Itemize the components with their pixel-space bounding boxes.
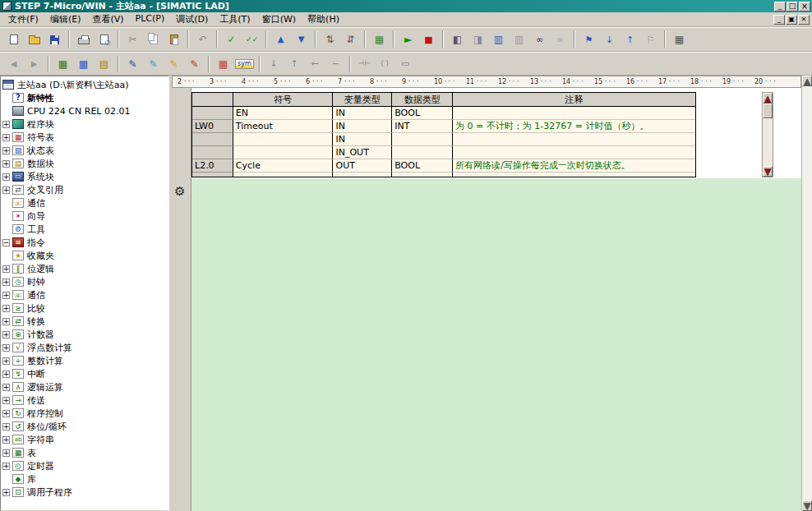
run-button[interactable]: ► <box>399 30 418 48</box>
upload-button[interactable]: ▲ <box>271 30 290 48</box>
symbolic-addressing-button[interactable]: sym <box>234 55 255 73</box>
coil-button[interactable]: ( ) <box>376 55 394 73</box>
var-type-cell[interactable]: IN <box>333 133 392 146</box>
view-status-chart-button[interactable]: ▦ <box>74 55 93 73</box>
contact-button[interactable]: ⊣⊢ <box>355 55 374 73</box>
sidebar-item-call-subroutines[interactable]: +⊡调用子程序 <box>1 486 168 499</box>
copy-button[interactable] <box>144 30 163 48</box>
print-preview-button[interactable] <box>95 30 113 48</box>
expand-toggle-icon[interactable]: + <box>2 265 10 273</box>
table-scroll-up-button[interactable]: ▲ <box>763 93 773 104</box>
var-type-cell[interactable]: OUT <box>333 159 392 173</box>
maximize-button[interactable]: □ <box>787 2 798 12</box>
menu-window[interactable]: 窗口(W) <box>256 12 302 27</box>
clear-bookmarks-button[interactable]: ⚐ <box>641 30 660 48</box>
new-button[interactable] <box>4 30 23 48</box>
data-type-cell[interactable]: BOOL <box>392 107 453 120</box>
sidebar-item-clock[interactable]: +◷时钟 <box>1 275 168 288</box>
sidebar-item-integer-math[interactable]: +÷整数计算 <box>1 354 168 367</box>
sidebar-item-logical-operations[interactable]: +∧逻辑运算 <box>1 380 168 394</box>
compile-all-button[interactable]: ✓✓ <box>242 30 261 48</box>
symbol-cell[interactable]: Timeout <box>233 120 334 133</box>
menu-tools[interactable]: 工具(T) <box>214 12 256 27</box>
menu-plc[interactable]: PLC(P) <box>130 12 171 27</box>
table-scroll-down-button[interactable]: ▼ <box>763 166 773 177</box>
line-down-button[interactable]: ↓ <box>265 55 284 73</box>
expand-toggle-icon[interactable]: + <box>2 463 10 470</box>
expand-toggle-icon[interactable]: + <box>2 397 10 404</box>
expand-toggle-icon[interactable]: + <box>2 318 10 325</box>
expand-toggle-icon[interactable]: + <box>2 489 10 496</box>
editor-scroll-track[interactable] <box>802 86 812 500</box>
editor-scroll-down-button[interactable]: ▼ <box>802 500 812 511</box>
sidebar-item-interrupt[interactable]: +↯中断 <box>1 367 168 380</box>
program-status-button[interactable]: ◧ <box>448 30 467 48</box>
address-cell[interactable] <box>192 173 233 177</box>
expand-toggle-icon[interactable]: + <box>2 331 10 338</box>
cut-button[interactable]: ✂ <box>123 30 142 48</box>
expand-toggle-icon[interactable]: + <box>2 305 10 312</box>
line-up-button[interactable]: ↑ <box>285 55 304 73</box>
navigate-back-button[interactable]: ◀ <box>4 55 23 73</box>
stop-button[interactable]: ■ <box>419 30 438 48</box>
comment-cell[interactable] <box>453 146 695 159</box>
sidebar-item-data-block[interactable]: +▤数据块 <box>1 157 168 170</box>
save-button[interactable] <box>45 30 64 48</box>
sidebar-item-instructions[interactable]: −≡指令 <box>1 236 168 249</box>
address-cell[interactable]: LW0 <box>192 120 233 133</box>
data-type-cell[interactable] <box>392 173 453 177</box>
compile-button[interactable]: ✓ <box>222 30 241 48</box>
previous-bookmark-button[interactable]: ↑ <box>621 30 639 48</box>
comment-cell[interactable] <box>453 107 695 120</box>
line-right-button[interactable]: ─ <box>326 55 345 73</box>
symbol-cell[interactable] <box>233 173 334 177</box>
editor-scroll-up-button[interactable]: ▲ <box>802 76 812 86</box>
expand-toggle-icon[interactable]: + <box>2 357 10 365</box>
pause-chart-status-button[interactable]: ▥ <box>510 30 528 48</box>
sidebar-item-timers[interactable]: +◴定时器 <box>1 459 168 472</box>
expand-toggle-icon[interactable]: + <box>2 147 10 154</box>
data-type-cell[interactable] <box>392 133 453 146</box>
collapse-toggle-icon[interactable]: − <box>2 239 10 246</box>
sidebar-item-cpu[interactable]: CPU 224 CN REL 02.01 <box>1 104 168 117</box>
menu-edit[interactable]: 编辑(E) <box>44 12 87 27</box>
child-minimize-button[interactable]: _ <box>773 15 785 25</box>
sidebar-item-convert[interactable]: +⇄转换 <box>1 315 168 328</box>
sidebar-item-communications-instructions[interactable]: +☏通信 <box>1 288 168 302</box>
sidebar-item-bit-logic[interactable]: +∥位逻辑 <box>1 262 168 275</box>
table-scrollbar[interactable]: ▲ ▼ <box>762 92 773 177</box>
sidebar-item-cross-reference[interactable]: +⇄交叉引用 <box>1 183 168 196</box>
expand-toggle-icon[interactable]: + <box>2 134 10 141</box>
symbol-cell[interactable]: EN <box>233 107 334 120</box>
sort-ascending-button[interactable]: ⇅ <box>321 30 339 48</box>
insert-network-button[interactable]: ▦ <box>214 55 233 73</box>
sidebar-item-table[interactable]: +▦表 <box>1 446 168 459</box>
expand-toggle-icon[interactable]: + <box>2 292 10 299</box>
symbol-cell[interactable]: Cycle <box>233 159 334 173</box>
sidebar-item-favorites[interactable]: ★收藏夹 <box>1 249 168 262</box>
sidebar-item-program-block[interactable]: +程序块 <box>1 117 168 131</box>
sidebar-item-move[interactable]: +→传送 <box>1 394 168 407</box>
symbol-cell[interactable] <box>233 133 334 146</box>
sidebar-item-libraries[interactable]: ◆库 <box>1 472 168 486</box>
local-variable-table-button[interactable]: ▦ <box>670 30 689 48</box>
var-type-cell[interactable]: IN <box>333 107 392 120</box>
pause-status-monitor-button[interactable]: ∞ <box>551 30 570 48</box>
expand-toggle-icon[interactable]: + <box>2 423 10 430</box>
sidebar-item-status-chart[interactable]: +▧状态表 <box>1 144 168 157</box>
expand-toggle-icon[interactable]: + <box>2 121 10 128</box>
print-button[interactable] <box>74 30 93 48</box>
expand-toggle-icon[interactable]: + <box>2 279 10 286</box>
data-type-cell[interactable]: BOOL <box>392 159 453 173</box>
sidebar-item-compare[interactable]: +≥比较 <box>1 302 168 315</box>
expand-toggle-icon[interactable]: + <box>2 344 10 352</box>
sidebar-item-string[interactable]: +ab字符串 <box>1 433 168 446</box>
sort-descending-button[interactable]: ⇵ <box>341 30 360 48</box>
download-button[interactable]: ▼ <box>292 30 311 48</box>
data-type-cell[interactable] <box>392 146 453 159</box>
sidebar-item-project-root[interactable]: 主站aa (D:\新资料\主站aa) <box>1 78 168 91</box>
view-data-block-button[interactable]: ▤ <box>95 55 113 73</box>
var-type-cell[interactable]: IN_OUT <box>333 146 392 159</box>
sidebar-item-whats-new[interactable]: ?新特性 <box>1 91 168 104</box>
address-cell[interactable]: L2.0 <box>192 159 233 173</box>
